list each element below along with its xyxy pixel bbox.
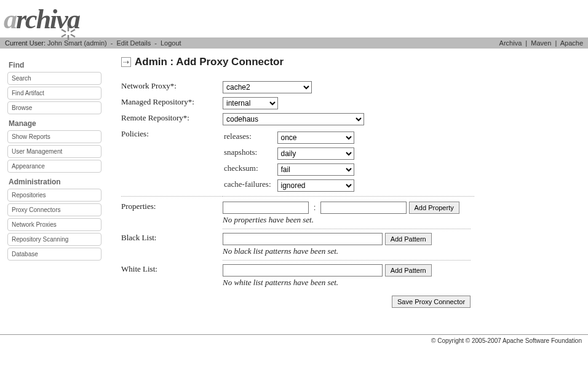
sidebar-item-proxy-connectors[interactable]: Proxy Connectors	[7, 203, 101, 216]
sidebar-item-search[interactable]: Search	[7, 72, 101, 85]
page-title: ⇢ Admin : Add Proxy Connector	[121, 56, 576, 68]
footer: © Copyright © 2005-2007 Apache Software …	[0, 334, 588, 347]
sidebar: Find Search Find Artifact Browse Manage …	[0, 56, 101, 310]
user-bar: Current User: John Smart (admin) - Edit …	[0, 37, 588, 49]
policies-label: Policies:	[121, 127, 223, 197]
user-bar-right: Archiva | Maven | Apache	[499, 39, 583, 47]
network-proxy-select[interactable]: cache2	[223, 81, 312, 93]
cache-failures-select[interactable]: ignored	[277, 179, 354, 192]
sidebar-item-browse[interactable]: Browse	[7, 101, 101, 114]
svg-line-5	[71, 29, 75, 32]
separator: -	[154, 39, 157, 47]
form-table: Network Proxy*: cache2 Managed Repositor…	[121, 79, 474, 310]
remote-repository-select[interactable]: codehaus	[223, 113, 364, 125]
sidebar-item-show-reports[interactable]: Show Reports	[7, 130, 101, 143]
sidebar-item-repository-scanning[interactable]: Repository Scanning	[7, 233, 101, 246]
expand-icon: ⇢	[121, 57, 131, 67]
colon-separator: :	[311, 203, 319, 212]
sidebar-item-repositories[interactable]: Repositories	[7, 189, 101, 202]
remote-repository-label: Remote Repository*:	[121, 111, 223, 127]
logout-link[interactable]: Logout	[161, 39, 181, 47]
add-property-button[interactable]: Add Property	[409, 202, 459, 214]
page-title-text: Admin : Add Proxy Connector	[135, 56, 284, 68]
managed-repository-label: Managed Repository*:	[121, 95, 223, 111]
releases-select[interactable]: once	[277, 131, 354, 144]
sidebar-heading-administration: Administration	[9, 178, 101, 186]
property-value-input[interactable]	[320, 202, 407, 214]
sidebar-item-network-proxies[interactable]: Network Proxies	[7, 218, 101, 231]
svg-line-3	[71, 34, 75, 37]
no-whitelist-message: No white list patterns have been set.	[223, 278, 471, 288]
archiva-link[interactable]: Archiva	[499, 39, 522, 47]
checksum-label: checksum:	[224, 162, 276, 177]
snapshots-label: snapshots:	[224, 146, 276, 161]
black-list-label: Black List:	[121, 231, 223, 262]
releases-label: releases:	[224, 130, 276, 145]
network-proxy-label: Network Proxy*:	[121, 79, 223, 95]
svg-line-4	[62, 34, 66, 37]
sidebar-item-find-artifact[interactable]: Find Artifact	[7, 87, 101, 100]
save-proxy-connector-button[interactable]: Save Proxy Connector	[392, 296, 471, 308]
snapshots-select[interactable]: daily	[277, 147, 354, 160]
user-role: (admin)	[84, 39, 106, 47]
logo-icon	[59, 25, 77, 42]
svg-line-2	[62, 29, 66, 32]
sidebar-item-appearance[interactable]: Appearance	[7, 160, 101, 173]
cache-failures-label: cache-failures:	[224, 178, 276, 193]
managed-repository-select[interactable]: internal	[223, 97, 278, 109]
logo-area: archiva	[0, 0, 588, 37]
policies-table: releases: once snapshots: daily checksum…	[223, 129, 359, 194]
separator: -	[111, 39, 113, 47]
no-blacklist-message: No black list patterns have been set.	[223, 246, 471, 261]
edit-details-link[interactable]: Edit Details	[117, 39, 151, 47]
user-bar-left: Current User: John Smart (admin) - Edit …	[5, 39, 181, 47]
current-user-label: Current User:	[5, 39, 46, 47]
black-list-input[interactable]	[223, 233, 383, 245]
add-pattern-black-button[interactable]: Add Pattern	[385, 233, 432, 245]
logo-letter-a: a	[4, 4, 16, 34]
no-properties-message: No properties have been set.	[223, 215, 471, 229]
separator: |	[525, 39, 527, 47]
sidebar-heading-manage: Manage	[9, 119, 101, 128]
checksum-select[interactable]: fail	[277, 163, 354, 176]
properties-label: Properties:	[121, 197, 223, 232]
white-list-label: White List:	[121, 262, 223, 289]
white-list-input[interactable]	[223, 264, 383, 277]
add-pattern-white-button[interactable]: Add Pattern	[385, 264, 432, 277]
sidebar-item-user-management[interactable]: User Management	[7, 145, 101, 158]
apache-link[interactable]: Apache	[560, 39, 583, 47]
copyright-text: © Copyright © 2005-2007 Apache Software …	[431, 337, 582, 344]
logo: archiva	[4, 4, 588, 35]
sidebar-item-database[interactable]: Database	[7, 248, 101, 261]
sidebar-heading-find: Find	[9, 61, 101, 69]
separator: |	[555, 39, 557, 47]
main-content: ⇢ Admin : Add Proxy Connector Network Pr…	[101, 56, 588, 310]
property-key-input[interactable]	[223, 202, 309, 214]
maven-link[interactable]: Maven	[531, 39, 551, 47]
